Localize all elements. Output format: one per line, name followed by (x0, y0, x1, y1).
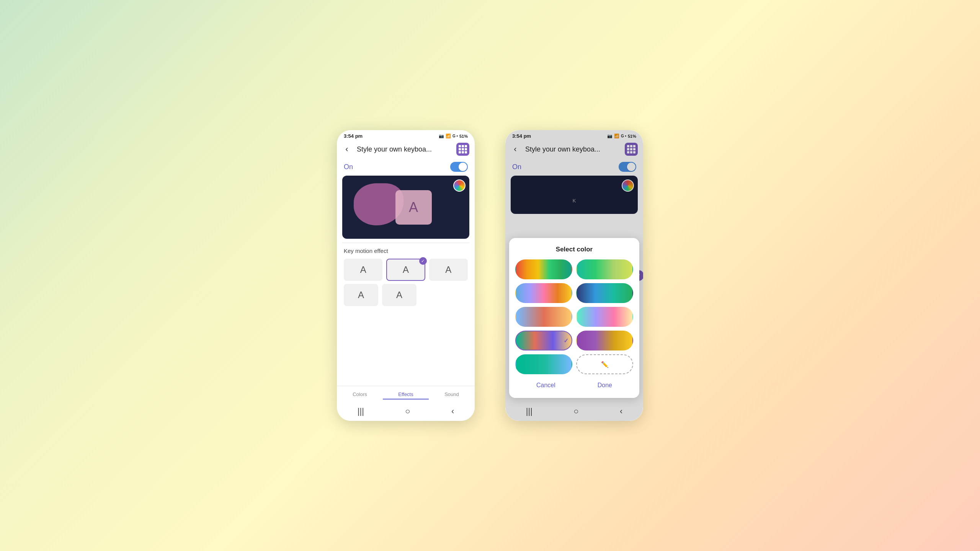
swatch-purple-gold[interactable] (576, 331, 633, 350)
network-icon: G • (452, 134, 458, 138)
left-grid-button[interactable] (456, 143, 469, 156)
left-key-grid-2: A A (337, 284, 475, 310)
tab-colors[interactable]: Colors (337, 390, 383, 399)
swatch-mint-pink[interactable] (576, 307, 633, 327)
left-nav-bar: ||| ○ ‹ (337, 403, 475, 421)
swatch-pastel-multi[interactable] (515, 283, 572, 303)
key-option-2[interactable]: A ✓ (386, 259, 425, 281)
left-nav-back-icon[interactable]: ‹ (451, 406, 454, 416)
battery-icon: 51% (459, 134, 468, 139)
left-color-circle-button[interactable] (453, 179, 466, 192)
color-swatches-grid: ✓ ✏️ (515, 259, 633, 374)
key-letter-2: A (403, 264, 409, 275)
phones-container: 3:54 pm 📷 📶 G • 51% ‹ Style your own key… (337, 130, 643, 421)
done-button[interactable]: Done (586, 379, 624, 392)
tab-colors-label: Colors (353, 391, 367, 397)
left-keyboard-preview: A (342, 176, 469, 239)
key-letter-4: A (358, 290, 364, 300)
select-color-dialog: Select color ✓ ✏️ (509, 238, 639, 398)
swatch-selected-check: ✓ (564, 337, 568, 344)
key-option-1[interactable]: A (344, 259, 382, 281)
tab-effects[interactable]: Effects (383, 390, 429, 399)
left-status-icons: 📷 📶 G • 51% (439, 134, 468, 139)
swatch-blue-orange[interactable] (515, 307, 572, 327)
preview-key-a: A (395, 190, 432, 225)
selected-check-badge: ✓ (419, 257, 427, 265)
tab-effects-label: Effects (398, 391, 413, 397)
key-letter-5: A (396, 290, 402, 300)
swatch-custom[interactable]: ✏️ (576, 354, 633, 374)
key-letter-1: A (360, 264, 366, 275)
swatch-teal-red-purple[interactable]: ✓ (515, 331, 572, 350)
grid-icon (459, 145, 467, 153)
swatch-rainbow[interactable] (515, 259, 572, 279)
signal-icon: 📶 (446, 134, 451, 139)
left-time: 3:54 pm (344, 133, 363, 139)
tab-sound[interactable]: Sound (429, 390, 475, 399)
left-nav-home-icon[interactable]: ○ (405, 406, 410, 416)
left-toggle-knob (459, 163, 467, 171)
left-top-bar: ‹ Style your own keyboa... (337, 140, 475, 158)
key-option-4[interactable]: A (344, 284, 378, 306)
left-toggle[interactable] (450, 162, 468, 172)
edit-pencil-icon: ✏️ (601, 361, 609, 368)
left-section-title: Key motion effect (337, 243, 475, 257)
left-toggle-label: On (344, 163, 450, 171)
left-status-bar: 3:54 pm 📷 📶 G • 51% (337, 130, 475, 140)
key-option-5[interactable]: A (382, 284, 416, 306)
dialog-actions: Cancel Done (515, 379, 633, 392)
swatch-blue-teal[interactable] (576, 283, 633, 303)
cancel-button[interactable]: Cancel (525, 379, 567, 392)
key-letter-3: A (445, 264, 451, 275)
dialog-title: Select color (515, 246, 633, 253)
swatch-teal-green[interactable] (576, 259, 633, 279)
left-phone: 3:54 pm 📷 📶 G • 51% ‹ Style your own key… (337, 130, 475, 421)
tab-sound-label: Sound (444, 391, 459, 397)
left-bottom-tabs: Colors Effects Sound (337, 386, 475, 403)
left-page-title: Style your own keyboa... (357, 145, 452, 153)
right-phone: 3:54 pm 📷 📶 G • 51% ‹ Style your own key… (505, 130, 643, 421)
left-key-grid: A A ✓ A (337, 257, 475, 284)
left-back-button[interactable]: ‹ (341, 143, 353, 155)
key-option-3[interactable]: A (429, 259, 468, 281)
swatch-green-blue[interactable] (515, 354, 572, 374)
camera-icon: 📷 (439, 134, 444, 139)
left-nav-menu-icon[interactable]: ||| (358, 406, 364, 416)
left-toggle-row: On (337, 158, 475, 176)
